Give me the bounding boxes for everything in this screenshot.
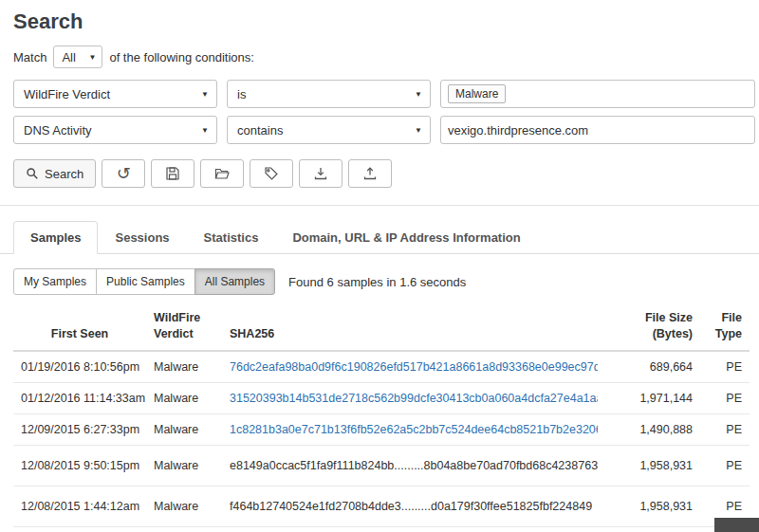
history-button[interactable]: ↺ bbox=[102, 159, 145, 188]
download-button[interactable] bbox=[299, 159, 342, 188]
file-size-cell: 689,664 bbox=[598, 351, 700, 383]
condition-value-wrapper bbox=[440, 116, 755, 144]
verdict-cell: Malware bbox=[146, 351, 222, 383]
value-token[interactable]: Malware bbox=[448, 84, 506, 103]
file-size-cell: 380,360 bbox=[598, 526, 700, 532]
scrollbar-corner bbox=[714, 518, 759, 532]
header-file-size: File Size (Bytes) bbox=[598, 304, 700, 351]
open-button[interactable] bbox=[200, 159, 244, 188]
condition-field-value: WildFire Verdict bbox=[24, 87, 110, 101]
match-select[interactable]: All ▼ bbox=[53, 46, 102, 68]
match-label: Match bbox=[13, 50, 46, 64]
first-seen-cell: 09/25/2015 7:45:08am bbox=[13, 526, 146, 532]
sha256-link[interactable]: 31520393b14b531de2718c562b99dcfe30413cb0… bbox=[230, 392, 598, 405]
file-size-cell: 1,490,888 bbox=[598, 413, 700, 445]
upload-icon bbox=[362, 166, 378, 181]
condition-field-select[interactable]: DNS Activity ▼ bbox=[13, 116, 217, 144]
results-tabs: Samples Sessions Statistics Domain, URL … bbox=[0, 206, 759, 254]
condition-operator-select[interactable]: is ▼ bbox=[227, 80, 431, 108]
condition-value-input[interactable]: Malware bbox=[440, 80, 755, 108]
file-type-cell: PE bbox=[700, 413, 750, 445]
file-size-cell: 1,958,931 bbox=[598, 445, 700, 486]
tab-domain-url-ip[interactable]: Domain, URL & IP Address Information bbox=[275, 221, 537, 254]
first-seen-cell: 12/09/2015 6:27:33pm bbox=[13, 413, 146, 445]
sha256-link[interactable]: 1c8281b3a0e7c71b13f6fb52e62a5c2bb7c524de… bbox=[230, 423, 598, 436]
results-summary: Found 6 samples in 1.6 seconds bbox=[288, 275, 466, 289]
tag-button[interactable] bbox=[250, 159, 293, 188]
match-select-value: All bbox=[62, 50, 75, 64]
file-type-cell: PE bbox=[700, 382, 750, 413]
tab-statistics[interactable]: Statistics bbox=[187, 221, 276, 254]
history-icon: ↺ bbox=[117, 165, 131, 182]
table-row: 09/25/2015 7:45:08am Malware fd5d597e0dd… bbox=[13, 526, 750, 532]
search-toolbar: Search ↺ bbox=[13, 159, 759, 188]
search-button-label: Search bbox=[45, 167, 83, 181]
file-type-cell: PE bbox=[700, 351, 750, 383]
caret-down-icon: ▼ bbox=[88, 53, 96, 62]
search-icon bbox=[26, 167, 39, 180]
table-row: 12/08/2015 1:44:12am Malware f464b127405… bbox=[13, 486, 750, 526]
sha256-text: e8149a0ccac5f1fa9f111b824bb.........8b04… bbox=[230, 459, 598, 472]
sha256-text: f464b12740524e1fd2708b4dde3.........d0a1… bbox=[230, 500, 592, 513]
verdict-cell: Malware bbox=[146, 526, 222, 532]
condition-value-input[interactable] bbox=[448, 117, 748, 143]
header-first-seen: First Seen bbox=[13, 304, 146, 351]
verdict-cell: Malware bbox=[146, 413, 222, 445]
caret-down-icon: ▼ bbox=[201, 126, 209, 135]
page-title: Search bbox=[13, 9, 759, 34]
caret-down-icon: ▼ bbox=[415, 90, 422, 99]
save-icon bbox=[165, 166, 180, 181]
table-row: 12/09/2015 6:27:33pm Malware 1c8281b3a0e… bbox=[13, 413, 750, 445]
scope-row: My Samples Public Samples All Samples Fo… bbox=[13, 268, 759, 295]
condition-field-value: DNS Activity bbox=[24, 123, 92, 138]
tab-samples[interactable]: Samples bbox=[13, 221, 98, 254]
match-row: Match All ▼ of the following conditions: bbox=[13, 46, 759, 68]
my-samples-button[interactable]: My Samples bbox=[13, 268, 97, 295]
verdict-cell: Malware bbox=[146, 382, 222, 413]
sha256-link[interactable]: 76dc2eafa98ba0d9f6c190826efd517b421a8661… bbox=[230, 360, 598, 374]
verdict-cell: Malware bbox=[146, 445, 222, 486]
header-sha256: SHA256 bbox=[222, 304, 598, 351]
file-size-cell: 1,958,931 bbox=[598, 486, 700, 526]
condition-field-select[interactable]: WildFire Verdict ▼ bbox=[13, 80, 217, 108]
verdict-cell: Malware bbox=[146, 486, 222, 526]
public-samples-button[interactable]: Public Samples bbox=[96, 268, 195, 295]
condition-row: WildFire Verdict ▼ is ▼ Malware bbox=[13, 80, 755, 108]
file-size-cell: 1,971,144 bbox=[598, 382, 700, 413]
condition-operator-value: is bbox=[237, 87, 246, 101]
download-icon bbox=[313, 166, 328, 181]
save-button[interactable] bbox=[151, 159, 194, 188]
tag-icon bbox=[264, 166, 279, 181]
caret-down-icon: ▼ bbox=[201, 90, 209, 99]
first-seen-cell: 01/19/2016 8:10:56pm bbox=[13, 351, 146, 383]
first-seen-cell: 12/08/2015 9:50:15pm bbox=[13, 445, 146, 486]
folder-open-icon bbox=[214, 166, 230, 181]
table-row: 01/19/2016 8:10:56pm Malware 76dc2eafa98… bbox=[13, 351, 750, 383]
first-seen-cell: 12/08/2015 1:44:12am bbox=[13, 486, 146, 526]
caret-down-icon: ▼ bbox=[415, 126, 422, 135]
file-type-cell: PE bbox=[700, 445, 750, 486]
upload-button[interactable] bbox=[348, 159, 392, 188]
match-suffix-label: of the following conditions: bbox=[109, 50, 253, 64]
tab-sessions[interactable]: Sessions bbox=[98, 221, 186, 254]
first-seen-cell: 01/12/2016 11:14:33am bbox=[13, 382, 146, 413]
table-row: 01/12/2016 11:14:33am Malware 31520393b1… bbox=[13, 382, 750, 413]
table-row: 12/08/2015 9:50:15pm Malware e8149a0ccac… bbox=[13, 445, 750, 486]
header-file-type: File Type bbox=[700, 304, 750, 351]
search-button[interactable]: Search bbox=[13, 159, 96, 188]
table-header-row: First Seen WildFire Verdict SHA256 File … bbox=[13, 304, 750, 351]
condition-operator-select[interactable]: contains ▼ bbox=[227, 116, 431, 144]
all-samples-button[interactable]: All Samples bbox=[194, 268, 275, 295]
results-table: First Seen WildFire Verdict SHA256 File … bbox=[13, 304, 750, 532]
condition-operator-value: contains bbox=[237, 123, 283, 138]
condition-row: DNS Activity ▼ contains ▼ bbox=[13, 116, 755, 144]
header-wildfire-verdict: WildFire Verdict bbox=[146, 304, 222, 351]
